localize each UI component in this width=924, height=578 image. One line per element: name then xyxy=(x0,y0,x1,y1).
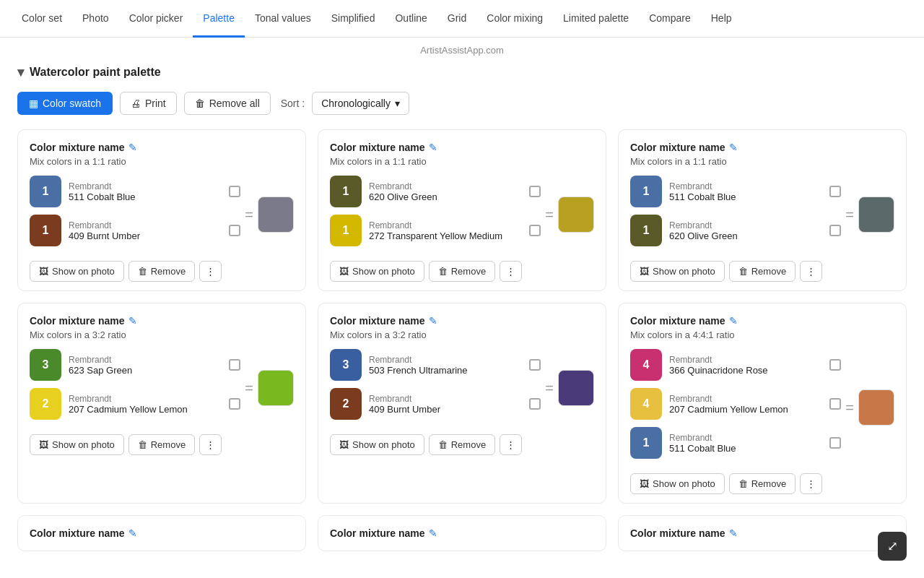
nav-item-grid[interactable]: Grid xyxy=(437,0,476,38)
nav-item-compare[interactable]: Compare xyxy=(639,0,701,38)
nav-item-color-picker[interactable]: Color picker xyxy=(119,0,193,38)
palette-card: Color mixture name✎ xyxy=(618,515,907,551)
print-label: Print xyxy=(145,98,166,109)
color-badge: 1 xyxy=(30,176,61,207)
card-actions: 🖼Show on photo🗑Remove⋮ xyxy=(30,434,294,455)
color-badge: 1 xyxy=(630,427,662,459)
remove-label: Remove xyxy=(751,266,786,277)
nav-item-palette[interactable]: Palette xyxy=(193,0,245,38)
remove-button[interactable]: 🗑Remove xyxy=(128,261,195,282)
more-button[interactable]: ⋮ xyxy=(500,434,522,455)
color-info: Rembrandt620 Olive Green xyxy=(369,181,522,202)
more-button[interactable]: ⋮ xyxy=(500,261,522,282)
ratio-text: Mix colors in a 3:2 ratio xyxy=(330,329,594,340)
more-icon: ⋮ xyxy=(206,439,215,450)
more-button[interactable]: ⋮ xyxy=(800,261,822,282)
section-chevron[interactable]: ▾ xyxy=(17,64,24,80)
color-checkbox[interactable] xyxy=(529,398,541,410)
color-badge: 1 xyxy=(630,176,662,207)
color-brand: Rembrandt xyxy=(669,181,822,191)
ratio-text: Mix colors in a 4:4:1 ratio xyxy=(630,329,894,340)
show-on-photo-button[interactable]: 🖼Show on photo xyxy=(330,434,424,455)
remove-button[interactable]: 🗑Remove xyxy=(429,434,495,455)
color-checkbox[interactable] xyxy=(829,359,841,371)
edit-icon[interactable]: ✎ xyxy=(128,527,137,539)
nav-item-limited-palette[interactable]: Limited palette xyxy=(553,0,639,38)
edit-icon[interactable]: ✎ xyxy=(729,142,738,153)
image-icon: 🖼 xyxy=(640,266,649,277)
color-checkbox[interactable] xyxy=(229,398,240,410)
edit-icon[interactable]: ✎ xyxy=(729,527,738,539)
print-button[interactable]: 🖨 Print xyxy=(120,92,177,115)
nav-item-photo[interactable]: Photo xyxy=(72,0,119,38)
edit-icon[interactable]: ✎ xyxy=(429,527,437,539)
colors-list: 3Rembrandt503 French Ultramarine2Rembran… xyxy=(330,349,541,427)
more-button[interactable]: ⋮ xyxy=(199,434,222,455)
color-swatch-button[interactable]: ▦ Color swatch xyxy=(17,92,113,115)
card-title: Color mixture name xyxy=(330,527,424,539)
show-on-photo-label: Show on photo xyxy=(352,266,415,277)
more-button[interactable]: ⋮ xyxy=(800,473,822,494)
edit-icon[interactable]: ✎ xyxy=(128,142,137,153)
edit-icon[interactable]: ✎ xyxy=(128,315,137,327)
remove-button[interactable]: 🗑Remove xyxy=(429,261,495,282)
color-brand: Rembrandt xyxy=(69,220,222,230)
palette-card: Color mixture name✎Mix colors in a 1:1 r… xyxy=(318,129,606,291)
show-on-photo-label: Show on photo xyxy=(52,439,115,450)
remove-all-button[interactable]: 🗑 Remove all xyxy=(184,92,271,115)
color-row: 3Rembrandt623 Sap Green xyxy=(30,349,240,381)
color-checkbox[interactable] xyxy=(229,186,240,197)
nav-item-color-set[interactable]: Color set xyxy=(12,0,72,38)
remove-button[interactable]: 🗑Remove xyxy=(729,473,796,494)
more-button[interactable]: ⋮ xyxy=(199,261,222,282)
nav-item-tonal-values[interactable]: Tonal values xyxy=(245,0,321,38)
nav-item-simplified[interactable]: Simplified xyxy=(321,0,385,38)
nav-item-help[interactable]: Help xyxy=(701,0,742,38)
color-info: Rembrandt409 Burnt Umber xyxy=(369,394,522,415)
color-badge: 1 xyxy=(330,176,362,207)
ratio-text: Mix colors in a 1:1 ratio xyxy=(630,156,894,167)
toolbar: ▦ Color swatch 🖨 Print 🗑 Remove all Sort… xyxy=(0,86,924,124)
nav-item-outline[interactable]: Outline xyxy=(385,0,437,38)
remove-all-icon: 🗑 xyxy=(195,98,205,109)
card-title: Color mixture name xyxy=(330,142,424,153)
colors-and-result: 1Rembrandt511 Cobalt Blue1Rembrandt620 O… xyxy=(630,176,894,254)
remove-button[interactable]: 🗑Remove xyxy=(729,261,796,282)
more-icon: ⋮ xyxy=(206,266,215,277)
show-on-photo-button[interactable]: 🖼Show on photo xyxy=(630,261,725,282)
result-swatch xyxy=(858,389,894,426)
card-title-row: Color mixture name✎ xyxy=(30,315,294,327)
color-brand: Rembrandt xyxy=(669,394,822,404)
color-checkbox[interactable] xyxy=(229,225,240,236)
color-brand: Rembrandt xyxy=(369,355,522,365)
color-checkbox[interactable] xyxy=(829,437,841,449)
nav-item-color-mixing[interactable]: Color mixing xyxy=(476,0,553,38)
remove-label: Remove xyxy=(751,478,786,489)
card-actions: 🖼Show on photo🗑Remove⋮ xyxy=(330,261,594,282)
trash-icon: 🗑 xyxy=(738,266,748,277)
color-checkbox[interactable] xyxy=(529,359,541,371)
color-brand: Rembrandt xyxy=(69,394,222,404)
show-on-photo-button[interactable]: 🖼Show on photo xyxy=(630,473,725,494)
color-checkbox[interactable] xyxy=(529,225,541,236)
edit-icon[interactable]: ✎ xyxy=(729,315,738,327)
color-checkbox[interactable] xyxy=(829,398,841,410)
color-checkbox[interactable] xyxy=(229,359,240,371)
show-on-photo-button[interactable]: 🖼Show on photo xyxy=(330,261,424,282)
sort-dropdown[interactable]: Chronologically ▾ xyxy=(312,92,409,115)
show-on-photo-button[interactable]: 🖼Show on photo xyxy=(30,434,124,455)
remove-button[interactable]: 🗑Remove xyxy=(128,434,195,455)
color-row: 1Rembrandt620 Olive Green xyxy=(330,176,541,207)
color-checkbox[interactable] xyxy=(529,186,541,197)
more-icon: ⋮ xyxy=(806,478,816,489)
color-brand: Rembrandt xyxy=(69,181,222,191)
color-checkbox[interactable] xyxy=(829,225,841,236)
color-info: Rembrandt207 Cadmium Yellow Lemon xyxy=(669,394,822,415)
edit-icon[interactable]: ✎ xyxy=(429,142,437,153)
color-badge: 2 xyxy=(30,388,61,420)
edit-icon[interactable]: ✎ xyxy=(429,315,437,327)
color-checkbox[interactable] xyxy=(829,186,841,197)
expand-button[interactable]: ⤢ xyxy=(878,532,907,557)
color-row: 1Rembrandt511 Cobalt Blue xyxy=(630,427,841,459)
show-on-photo-button[interactable]: 🖼Show on photo xyxy=(30,261,124,282)
